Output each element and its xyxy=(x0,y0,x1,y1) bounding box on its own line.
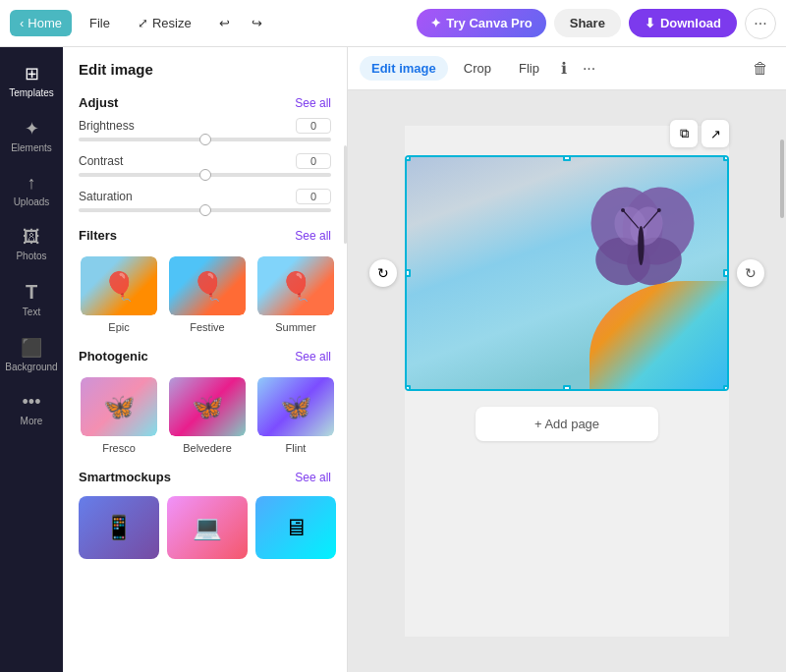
undo-icon: ↩ xyxy=(219,16,230,30)
resize-handle-top-left[interactable] xyxy=(405,155,411,161)
download-button[interactable]: ⬇ Download xyxy=(629,9,737,37)
resize-handle-bottom-right[interactable] xyxy=(723,385,729,391)
sidebar-uploads-label: Uploads xyxy=(14,196,50,207)
contrast-track[interactable] xyxy=(79,173,331,177)
brightness-thumb[interactable] xyxy=(199,134,211,145)
smartmockup-item-2[interactable]: 💻 xyxy=(167,496,248,559)
filters-title: Filters xyxy=(79,228,117,243)
share-button[interactable]: Share xyxy=(554,9,621,37)
text-icon: T xyxy=(26,281,37,304)
add-page-button[interactable]: + Add page xyxy=(476,407,658,441)
image-wrapper: ⧉ ↗ ↻ xyxy=(405,155,729,391)
filter-flint[interactable]: 🦋 Flint xyxy=(255,375,336,454)
filter-epic[interactable]: 🎈 Epic xyxy=(79,254,159,333)
resize-handle-middle-right[interactable] xyxy=(723,269,729,277)
flint-label: Flint xyxy=(286,442,307,454)
try-canva-pro-button[interactable]: ✦ Try Canva Pro xyxy=(417,9,545,37)
filter-festive[interactable]: 🎈 Festive xyxy=(167,254,248,333)
flip-tab-label: Flip xyxy=(519,61,539,76)
photogenic-section-header: Photogenic See all xyxy=(63,341,347,367)
filter-summer[interactable]: 🎈 Summer xyxy=(255,254,336,333)
resize-handle-top-right[interactable] xyxy=(723,155,729,161)
sidebar-more-label: More xyxy=(21,416,43,426)
rotate-handle[interactable]: ↻ xyxy=(737,259,764,287)
sidebar-item-templates[interactable]: ⊞ Templates xyxy=(4,55,59,106)
rotate-left-button[interactable]: ↻ xyxy=(369,259,397,287)
flint-bg: 🦋 xyxy=(257,377,334,436)
sidebar-item-photos[interactable]: 🖼 Photos xyxy=(4,219,59,269)
redo-button[interactable]: ↪ xyxy=(242,10,272,36)
external-link-button[interactable]: ↗ xyxy=(702,120,729,147)
filter-belvedere[interactable]: 🦋 Belvedere xyxy=(167,375,248,454)
toolbar-more-button[interactable]: ··· xyxy=(577,56,601,82)
sidebar-item-more[interactable]: ••• More xyxy=(4,384,59,434)
info-button[interactable]: ℹ xyxy=(555,55,573,82)
home-label: Home xyxy=(28,16,62,30)
sidebar-item-uploads[interactable]: ↑ Uploads xyxy=(4,165,59,215)
smartmockup-item-3[interactable]: 🖥 xyxy=(255,496,336,559)
adjust-see-all[interactable]: See all xyxy=(295,96,331,110)
belvedere-bg: 🦋 xyxy=(169,377,246,436)
more-options-button[interactable]: ··· xyxy=(745,8,776,39)
resize-handle-top-middle[interactable] xyxy=(563,155,571,161)
contrast-thumb[interactable] xyxy=(199,169,211,181)
mock2-icon: 💻 xyxy=(167,496,248,559)
fresco-bg: 🦋 xyxy=(81,377,157,436)
home-button[interactable]: ‹ Home xyxy=(10,10,72,36)
sidebar-elements-label: Elements xyxy=(11,142,52,153)
svg-point-8 xyxy=(621,208,625,212)
resize-handle-bottom-middle[interactable] xyxy=(563,385,571,391)
info-icon: ℹ xyxy=(561,60,567,77)
saturation-slider-row: Saturation 0 xyxy=(63,185,347,220)
sidebar-item-elements[interactable]: ✦ Elements xyxy=(4,110,59,161)
resize-icon: ⤢ xyxy=(138,16,148,30)
resize-handle-bottom-left[interactable] xyxy=(405,385,411,391)
sidebar-item-text[interactable]: T Text xyxy=(4,273,59,325)
edit-image-tab-label: Edit image xyxy=(371,61,436,76)
image-container[interactable] xyxy=(405,155,729,391)
resize-button[interactable]: ⤢ Resize xyxy=(128,10,201,36)
panel-header: Edit image xyxy=(63,47,347,87)
file-button[interactable]: File xyxy=(80,10,120,36)
image-toolbar: Edit image Crop Flip ℹ ··· 🗑 xyxy=(348,47,786,90)
tab-edit-image[interactable]: Edit image xyxy=(360,56,448,81)
brightness-value[interactable]: 0 xyxy=(296,118,331,134)
add-page-label: + Add page xyxy=(534,417,599,431)
resize-label: Resize xyxy=(152,16,192,30)
canvas-scrollbar[interactable] xyxy=(780,140,784,218)
filter-fresco[interactable]: 🦋 Fresco xyxy=(79,375,159,454)
templates-icon: ⊞ xyxy=(25,63,39,84)
belvedere-butterfly-icon: 🦋 xyxy=(192,392,223,422)
saturation-track[interactable] xyxy=(79,208,331,212)
tab-flip[interactable]: Flip xyxy=(507,56,551,81)
saturation-label: Saturation xyxy=(79,190,133,203)
smartmockup-item-1[interactable]: 📱 xyxy=(79,496,159,559)
rotate-icon: ↻ xyxy=(377,265,389,281)
sidebar-templates-label: Templates xyxy=(9,87,54,98)
fresco-thumb: 🦋 xyxy=(79,375,159,438)
canvas-scroll[interactable]: ⧉ ↗ ↻ xyxy=(348,90,786,672)
copy-icon-button[interactable]: ⧉ xyxy=(670,120,698,147)
saturation-value[interactable]: 0 xyxy=(296,189,331,204)
sidebar-icons: ⊞ Templates ✦ Elements ↑ Uploads 🖼 Photo… xyxy=(0,47,63,672)
redo-icon: ↪ xyxy=(252,16,262,30)
brightness-track[interactable] xyxy=(79,138,331,141)
contrast-slider-row: Contrast 0 xyxy=(63,149,347,185)
panel-scrollbar[interactable] xyxy=(344,145,347,244)
sidebar-item-background[interactable]: ⬛ Background xyxy=(4,329,59,380)
mock1-icon: 📱 xyxy=(79,496,159,559)
undo-button[interactable]: ↩ xyxy=(209,10,240,36)
resize-handle-middle-left[interactable] xyxy=(405,269,411,277)
saturation-thumb[interactable] xyxy=(199,204,211,216)
tab-crop[interactable]: Crop xyxy=(452,56,503,81)
canvas-page: ⧉ ↗ ↻ xyxy=(405,126,729,637)
delete-button[interactable]: 🗑 xyxy=(747,56,774,82)
mock3-icon: 🖥 xyxy=(255,496,336,559)
smartmockups-see-all[interactable]: See all xyxy=(295,471,331,484)
photogenic-see-all[interactable]: See all xyxy=(295,350,331,364)
rotate-right-icon: ↻ xyxy=(745,265,757,281)
smartmockups-section-header: Smartmockups See all xyxy=(63,462,347,488)
filters-see-all[interactable]: See all xyxy=(295,229,331,243)
contrast-value[interactable]: 0 xyxy=(296,153,331,169)
flint-butterfly-icon: 🦋 xyxy=(280,392,311,422)
